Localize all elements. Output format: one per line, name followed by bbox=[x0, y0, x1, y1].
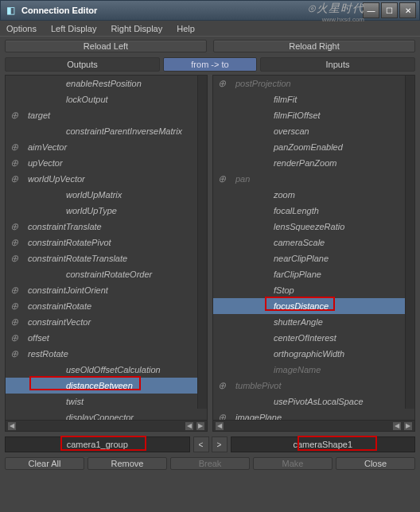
attr-row[interactable]: ⊕constraintTranslate bbox=[6, 219, 207, 235]
attr-row[interactable]: ⊕constraintJointOrient bbox=[6, 282, 207, 298]
attr-row[interactable]: ⊕aimVector bbox=[6, 139, 207, 155]
inputs-header[interactable]: Inputs bbox=[260, 57, 415, 72]
scroll-left-end-icon[interactable]: ◀ bbox=[185, 421, 194, 431]
attr-row[interactable]: useOldOffsetCalculation bbox=[6, 362, 207, 378]
attr-row[interactable]: focusDistance bbox=[213, 298, 414, 314]
attr-row[interactable]: constraintRotateOrder bbox=[6, 266, 207, 282]
scroll-left-end-icon[interactable]: ◀ bbox=[392, 421, 402, 431]
expand-icon[interactable]: ⊕ bbox=[6, 142, 23, 153]
maximize-button[interactable]: ☐ bbox=[381, 2, 398, 18]
attr-row[interactable]: panZoomEnabled bbox=[213, 139, 414, 155]
attr-row[interactable]: shutterAngle bbox=[213, 314, 414, 330]
attr-row[interactable]: cameraScale bbox=[213, 235, 414, 250]
node-next-button[interactable]: > bbox=[212, 436, 228, 452]
expand-icon[interactable]: ⊕ bbox=[6, 110, 23, 121]
attr-row[interactable]: centerOfInterest bbox=[213, 330, 414, 346]
expand-icon[interactable]: ⊕ bbox=[6, 157, 23, 169]
expand-icon[interactable]: ⊕ bbox=[213, 380, 231, 391]
attr-label: focusDistance bbox=[231, 301, 329, 311]
minimize-button[interactable]: — bbox=[363, 2, 379, 18]
attr-row[interactable]: imageName bbox=[213, 362, 414, 378]
expand-icon[interactable]: ⊕ bbox=[6, 348, 23, 359]
horizontal-scrollbar[interactable]: ◀ ◀ ▶ bbox=[6, 420, 207, 431]
expand-icon[interactable]: ⊕ bbox=[6, 285, 23, 296]
attr-row[interactable]: ⊕constraintRotateTranslate bbox=[6, 250, 207, 266]
outputs-header[interactable]: Outputs bbox=[5, 57, 160, 72]
expand-icon[interactable]: ⊕ bbox=[213, 78, 231, 89]
attr-row[interactable]: ⊕constraintRotatePivot bbox=[6, 235, 207, 250]
attr-row[interactable]: ⊕upVector bbox=[6, 155, 207, 171]
expand-icon[interactable]: ⊕ bbox=[213, 173, 231, 184]
attr-row[interactable]: constraintParentInverseMatrix bbox=[6, 123, 207, 139]
attr-row[interactable]: orthographicWidth bbox=[213, 346, 414, 362]
menu-right-display[interactable]: Right Display bbox=[111, 24, 162, 33]
attr-row[interactable]: lockOutput bbox=[6, 91, 207, 107]
expand-icon[interactable]: ⊕ bbox=[6, 316, 23, 328]
attr-row[interactable]: nearClipPlane bbox=[213, 250, 414, 266]
attr-row[interactable]: lensSqueezeRatio bbox=[213, 219, 414, 235]
vertical-scrollbar[interactable] bbox=[405, 76, 414, 409]
attr-row[interactable]: worldUpMatrix bbox=[6, 187, 207, 203]
attr-row[interactable]: ⊕target bbox=[6, 107, 207, 123]
attr-row[interactable]: ⊕pan bbox=[213, 171, 414, 187]
attr-row[interactable]: farClipPlane bbox=[213, 266, 414, 282]
break-button[interactable]: Break bbox=[170, 457, 250, 470]
attr-row[interactable]: ⊕offset bbox=[6, 330, 207, 346]
attr-row[interactable]: renderPanZoom bbox=[213, 155, 414, 171]
horizontal-scrollbar[interactable]: ◀ ◀ ▶ bbox=[213, 420, 414, 431]
window-title: Connection Editor bbox=[21, 6, 361, 15]
menu-help[interactable]: Help bbox=[177, 24, 195, 33]
attr-row[interactable]: filmFit bbox=[213, 91, 414, 107]
right-node-field[interactable]: cameraShape1 bbox=[231, 436, 416, 452]
scroll-right-icon[interactable]: ▶ bbox=[403, 421, 413, 431]
left-node-field[interactable]: camera1_group bbox=[5, 436, 190, 452]
menu-options[interactable]: Options bbox=[6, 24, 37, 33]
reload-right-button[interactable]: Reload Right bbox=[213, 40, 415, 52]
attr-row[interactable]: ⊕postProjection bbox=[213, 76, 414, 91]
node-prev-button[interactable]: < bbox=[193, 436, 209, 452]
close-window-button[interactable]: Close bbox=[336, 457, 415, 470]
menu-left-display[interactable]: Left Display bbox=[51, 24, 96, 33]
attr-row[interactable]: filmFitOffset bbox=[213, 107, 414, 123]
clear-all-button[interactable]: Clear All bbox=[5, 457, 84, 470]
attr-row[interactable]: ⊕imagePlane bbox=[213, 409, 414, 420]
expand-icon[interactable]: ⊕ bbox=[6, 173, 23, 184]
direction-header[interactable]: from -> to bbox=[163, 57, 257, 72]
expand-icon[interactable]: ⊕ bbox=[6, 253, 23, 264]
inputs-list[interactable]: ⊕postProjectionfilmFitfilmFitOffsetovers… bbox=[213, 76, 414, 420]
expand-icon[interactable]: ⊕ bbox=[6, 301, 23, 312]
expand-icon[interactable]: ⊕ bbox=[213, 412, 231, 420]
attr-row[interactable]: ⊕constraintRotate bbox=[6, 298, 207, 314]
vertical-scrollbar[interactable] bbox=[197, 76, 207, 409]
attr-row[interactable]: ⊕tumblePivot bbox=[213, 378, 414, 394]
attr-row[interactable]: ⊕worldUpVector bbox=[6, 171, 207, 187]
attr-row[interactable]: distanceBetween bbox=[6, 378, 207, 394]
attr-row[interactable]: displayConnector bbox=[6, 409, 207, 420]
scroll-left-icon[interactable]: ◀ bbox=[215, 421, 224, 431]
attr-row[interactable]: ⊕restRotate bbox=[6, 346, 207, 362]
close-button[interactable]: ✕ bbox=[399, 2, 416, 18]
attr-row[interactable]: twist bbox=[6, 394, 207, 409]
expand-icon[interactable]: ⊕ bbox=[6, 237, 23, 248]
make-button[interactable]: Make bbox=[253, 457, 332, 470]
attr-row[interactable]: focalLength bbox=[213, 203, 414, 219]
outputs-list[interactable]: enableRestPositionlockOutput⊕targetconst… bbox=[6, 76, 207, 420]
attr-label: fStop bbox=[231, 285, 294, 295]
expand-icon[interactable]: ⊕ bbox=[6, 332, 23, 343]
attr-label: constraintParentInverseMatrix bbox=[23, 126, 182, 136]
attr-row[interactable]: usePivotAsLocalSpace bbox=[213, 394, 414, 409]
reload-left-button[interactable]: Reload Left bbox=[5, 40, 207, 52]
attr-row[interactable]: fStop bbox=[213, 282, 414, 298]
expand-icon[interactable]: ⊕ bbox=[6, 221, 23, 232]
attr-row[interactable]: enableRestPosition bbox=[6, 76, 207, 91]
attr-row[interactable]: ⊕constraintVector bbox=[6, 314, 207, 330]
remove-button[interactable]: Remove bbox=[88, 457, 167, 470]
attr-row[interactable]: overscan bbox=[213, 123, 414, 139]
scroll-left-icon[interactable]: ◀ bbox=[7, 421, 17, 431]
attr-label: zoom bbox=[231, 190, 295, 200]
scroll-right-icon[interactable]: ▶ bbox=[196, 421, 205, 431]
attr-label: useOldOffsetCalculation bbox=[23, 365, 161, 374]
attr-row[interactable]: worldUpType bbox=[6, 203, 207, 219]
attr-row[interactable]: zoom bbox=[213, 187, 414, 203]
attr-label: target bbox=[23, 111, 50, 120]
